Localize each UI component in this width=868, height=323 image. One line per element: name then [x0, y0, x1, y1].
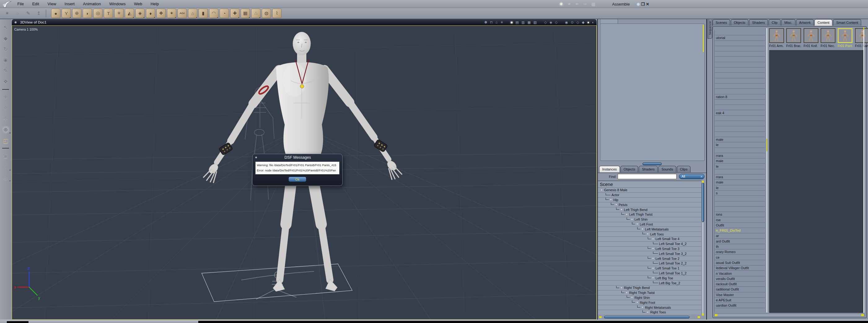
content-thumbnail[interactable]: Fr01 Knif.	[804, 28, 818, 48]
folder-list-item[interactable]	[715, 89, 765, 94]
assemble-room-icon[interactable]: ✳	[559, 2, 563, 6]
tree-row[interactable]: ▼ Left Foot	[598, 222, 701, 227]
icon-divider[interactable]	[560, 22, 562, 23]
layout-four-icon[interactable]: ▦	[528, 21, 531, 24]
texture-shade-mode-icon[interactable]: ◐	[592, 21, 594, 24]
eye-icon[interactable]: ◉	[637, 2, 640, 6]
reference-box-icon[interactable]: ◇	[544, 21, 547, 24]
expander-icon[interactable]: ▼	[620, 208, 623, 211]
content-thumbnail[interactable]: Fr01 Brac.	[786, 28, 801, 48]
translate-ball-tool[interactable]: ❖	[2, 104, 9, 112]
folder-list-item[interactable]: n Vacation	[715, 271, 765, 276]
instances-tab[interactable]: Instances	[599, 166, 620, 172]
menu-item[interactable]: Windows	[110, 2, 126, 6]
tree-row[interactable]: ▼ Left Shin	[598, 217, 701, 222]
geosphere-primitive-icon[interactable]: ⊕	[72, 9, 82, 18]
folder-list-item[interactable]	[715, 202, 765, 207]
expander-icon[interactable]: ▼	[652, 238, 654, 240]
tree-row[interactable]: ▼ Left Small Toe 1_2	[598, 271, 701, 276]
tree-row[interactable]: ▼ Left Small Toe 1	[598, 266, 701, 271]
tree-row[interactable]: ▼ Actor	[598, 193, 701, 198]
paint-shape-tool[interactable]: ❖	[2, 78, 9, 86]
spiral-primitive-icon[interactable]: ◎	[93, 9, 102, 18]
universal-manipulator-tool[interactable]: ⊕	[2, 125, 9, 134]
target-icon[interactable]: ◍	[262, 9, 271, 18]
light-icon[interactable]: ✚	[230, 9, 240, 18]
rock-icon[interactable]: ◈	[135, 9, 145, 18]
menu-item[interactable]: Web	[134, 2, 142, 6]
folder-list-item[interactable]: ions	[715, 212, 765, 217]
tree-row[interactable]: ▼ Right Metatarsals	[598, 305, 701, 310]
panel-splitter[interactable]	[598, 162, 706, 166]
expander-icon[interactable]: ▼	[610, 198, 612, 201]
icon-divider[interactable]	[506, 22, 508, 23]
expander-icon[interactable]: ▼	[625, 291, 628, 294]
tree-row[interactable]: ▼ Left Metatarsals	[598, 227, 701, 232]
tool-divider[interactable]	[2, 89, 9, 90]
particles-icon[interactable]: ✳	[114, 9, 124, 18]
tree-row[interactable]: ▼ Left Small Toe 3	[598, 247, 701, 252]
eyedropper-tool[interactable]: ✎	[2, 67, 9, 75]
content-browser-background[interactable]	[769, 50, 864, 313]
instances-tab[interactable]: Clips	[677, 166, 690, 172]
content-scrollbar[interactable]	[863, 27, 864, 313]
preview-box-icon[interactable]: ⊙	[571, 21, 574, 24]
folder-list-item[interactable]	[715, 46, 765, 51]
tree-row[interactable]: ▼ Genesis 8 Male	[598, 188, 701, 193]
folder-list-item[interactable]: e APESuit	[715, 298, 765, 303]
folder-list-item[interactable]: ce	[715, 255, 765, 260]
icon-divider[interactable]	[539, 22, 541, 23]
folder-list-item[interactable]	[715, 207, 765, 212]
folder-list-item[interactable]	[715, 62, 765, 67]
expander-icon[interactable]: ▼	[620, 286, 623, 289]
cameras-icon[interactable]: ⌂	[495, 21, 497, 24]
scale-tool[interactable]: ◉	[2, 56, 9, 64]
dialog-title-bar[interactable]: DSF Messages	[252, 154, 342, 161]
zoom-tool[interactable]: ◎	[2, 174, 9, 182]
browser-tab[interactable]: Scenes	[712, 19, 730, 26]
content-thumbnail[interactable]: Fr01 Pant.	[838, 28, 853, 48]
instances-tab[interactable]: Objects	[620, 166, 638, 172]
folder-list-item[interactable]: male	[715, 158, 765, 164]
folder-list-item[interactable]	[715, 116, 765, 121]
tree-row[interactable]: ▼ Left Small Toe 4_2	[598, 242, 701, 247]
menu-item[interactable]: Help	[151, 2, 159, 6]
folder-list-item[interactable]: asual Suit Outfit	[715, 260, 765, 265]
folder-list-item[interactable]: ledieval Villager Outfit	[715, 265, 765, 271]
room-selector-label[interactable]: Assemble	[612, 2, 630, 6]
folder-list-item[interactable]: Vise Master	[715, 292, 765, 298]
rotate-tool[interactable]: ↻	[2, 45, 9, 53]
folder-list-item[interactable]	[715, 132, 765, 137]
expander-icon[interactable]: ▼	[647, 232, 649, 236]
layout-single-icon[interactable]: ■	[510, 21, 513, 24]
tree-row[interactable]: ▼ Left Small Toe 2_2	[598, 261, 701, 266]
browser-horizontal-scrollbar[interactable]	[714, 314, 864, 317]
expander-icon[interactable]: ▼	[631, 218, 633, 221]
folder-list-item[interactable]: uardian Outfit	[715, 303, 765, 308]
tree-row[interactable]: ▼ Right Toes	[598, 310, 701, 314]
viewport-title-bar[interactable]: 3DView of Doc1 ✽⊓⌂✳■▤▥▦▧◇◈◇◉⊙◇◆●◐	[12, 19, 597, 25]
folder-list-item[interactable]: veralls Outfit	[715, 276, 765, 282]
browser-tab[interactable]: Objects	[731, 19, 748, 26]
render-room-icon[interactable]: ▦	[591, 2, 595, 6]
folder-list-item[interactable]	[715, 121, 765, 126]
shell-icon[interactable]: ❖	[156, 9, 166, 18]
browser-tab[interactable]: Misc.	[781, 19, 796, 26]
browser-tab[interactable]: Clip	[769, 19, 781, 26]
content-thumbnail[interactable]: Fr01 Nec.	[820, 28, 835, 48]
expander-icon[interactable]: ▼	[652, 247, 654, 250]
flat-shade-mode-icon[interactable]: ◆	[582, 21, 584, 24]
expander-icon[interactable]: ▼	[625, 213, 628, 216]
folder-list-item[interactable]	[715, 169, 765, 175]
folder-list-item[interactable]	[715, 41, 765, 46]
sequencer-vertical-tab[interactable]: Sequencer	[708, 17, 712, 39]
show-objects-icon[interactable]: ✽	[485, 21, 487, 24]
expander-icon[interactable]: ▼	[615, 203, 617, 206]
browser-tab[interactable]: Content	[814, 19, 833, 26]
move-tool[interactable]: ◆	[2, 34, 9, 42]
translate-z-tool[interactable]: ✛	[2, 115, 9, 123]
folder-list-item[interactable]: male	[715, 180, 765, 185]
hierarchy-icon[interactable]: ⊓	[490, 21, 493, 24]
tree-row[interactable]: ▼ Right Foot	[598, 300, 701, 305]
folder-list-item[interactable]: ar	[715, 233, 765, 239]
